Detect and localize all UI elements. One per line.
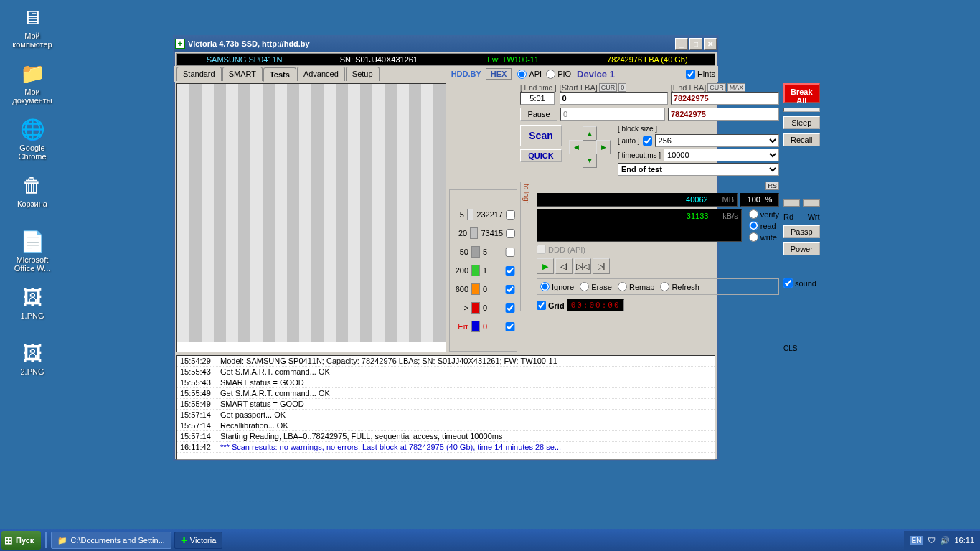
erase-radio[interactable]: Erase [580,282,612,291]
plus-icon: ✚ [181,536,187,545]
taskbar: ⊞ Пуск 📁C:\Documents and Settin... ✚Vict… [0,529,980,551]
skip-button[interactable]: ▷| [593,258,610,274]
desktop-icon-img2[interactable]: 🖼2.PNG [7,342,57,376]
legend-swatch [471,302,480,314]
tab-tests[interactable]: Tests [263,67,296,82]
tab-advanced[interactable]: Advanced [297,67,345,81]
legend-log-checkbox[interactable] [506,229,515,238]
api-radio[interactable]: API [517,70,542,79]
log-time: 15:55:43 [180,378,220,387]
end-of-test-select[interactable]: End of test [618,163,779,176]
refresh-radio[interactable]: Refresh [660,282,699,291]
pos-lba-field[interactable] [560,108,665,121]
legend-log-checkbox[interactable] [505,248,515,257]
titlebar[interactable]: + Victoria 4.73b SSD, http://hdd.by _ □ … [174,36,718,52]
log-msg: Get S.M.A.R.T. command... OK [220,367,712,376]
surface-grid [176,83,446,352]
sleep-button[interactable]: Sleep [783,116,820,129]
grid-checkbox[interactable]: Grid [537,301,565,310]
pio-radio[interactable]: PIO [546,70,571,79]
pos-end-field[interactable] [668,108,779,121]
end-lba-field[interactable] [671,92,779,105]
tab-standard[interactable]: Standard [176,67,222,81]
log-row: 15:54:29Model: SAMSUNG SP0411N; Capacity… [177,356,715,367]
legend-swatch [471,283,480,295]
block-size-select[interactable]: 256 [655,134,779,147]
step-back-button[interactable]: ◁| [555,258,573,274]
log-time: 15:57:14 [180,410,220,419]
quick-button[interactable]: QUICK [520,149,562,162]
log-panel[interactable]: 15:54:29Model: SAMSUNG SP0411N; Capacity… [176,355,715,460]
remap-radio[interactable]: Remap [618,282,654,291]
chrome-icon: 🌐 [21,118,44,141]
ddd-checkbox[interactable]: DDD (API) [537,245,779,254]
legend-row: 6000 [451,280,515,298]
legend-swatch [471,246,480,258]
lang-indicator[interactable]: EN [910,536,924,545]
timeout-select[interactable]: 10000 [664,149,779,161]
sound-checkbox[interactable]: sound [783,278,820,288]
end-lba-label: [End LBA] [671,83,707,92]
hddby-link[interactable]: HDD.BY [451,70,481,78]
maximize-button[interactable]: □ [689,38,702,50]
nav-down-button[interactable]: ▼ [583,154,597,168]
hex-button[interactable]: HEX [486,68,512,80]
start-lba-field[interactable] [560,92,668,105]
tab-smart[interactable]: SMART [222,67,263,81]
desktop-icon-my-documents[interactable]: 📁Моидокументы [7,62,57,105]
end-cur-button[interactable]: CUR [707,83,726,92]
legend-log-checkbox[interactable] [505,322,515,331]
legend-swatch [471,321,480,332]
desktop-icon-my-computer[interactable]: 🖥Мойкомпьютер [7,6,57,49]
legend-log-checkbox[interactable] [505,266,515,276]
verify-radio[interactable]: verify [749,209,779,219]
rs-button[interactable]: RS [765,182,779,190]
shield-icon[interactable]: 🛡 [928,536,936,545]
write-radio[interactable]: write [749,232,779,242]
start-button[interactable]: ⊞ Пуск [1,531,41,550]
legend-log-checkbox[interactable] [505,303,515,313]
desktop-icon-img1[interactable]: 🖼1.PNG [7,286,57,320]
nav-left-button[interactable]: ◀ [569,140,583,154]
scan-button[interactable]: Scan [520,125,562,146]
taskbar-item-victoria[interactable]: ✚Victoria [174,532,222,549]
end-time-field[interactable] [520,92,555,105]
ignore-radio[interactable]: Ignore [540,282,574,291]
app-icon: + [175,39,185,49]
desktop-icon-msword[interactable]: 📄MicrosoftOffice W... [7,230,57,273]
clock[interactable]: 16:11 [954,536,974,545]
break-all-button[interactable]: Break All [783,83,820,103]
mb-lcd: 40062 MB [537,193,738,207]
start-cur-button[interactable]: CUR [599,83,618,92]
trash-icon: 🗑 [21,174,44,197]
minimize-button[interactable]: _ [675,38,688,50]
img2-icon: 🖼 [21,342,44,364]
log-row: 15:55:43SMART status = GOOD [177,377,715,388]
legend-log-checkbox[interactable] [505,285,515,294]
end-max-button[interactable]: MAX [727,83,746,92]
play-button[interactable]: ▶ [537,258,554,274]
hints-checkbox[interactable]: Hints [686,70,715,79]
step-fwd-button[interactable]: ▷|◁ [574,258,591,274]
start-zero-button[interactable]: 0 [618,83,626,92]
passp-button[interactable]: Passp [783,225,820,238]
volume-icon[interactable]: 🔊 [940,536,950,545]
pause-button[interactable]: Pause [520,108,557,121]
log-time: 15:54:29 [180,357,220,365]
nav-right-button[interactable]: ▶ [596,140,611,154]
nav-up-button[interactable]: ▲ [583,126,597,141]
desktop-icon-chrome[interactable]: 🌐GoogleChrome [7,118,57,161]
log-msg: *** Scan results: no warnings, no errors… [220,443,712,451]
desktop-icon-trash[interactable]: 🗑Корзина [7,174,57,208]
power-button[interactable]: Power [783,242,820,255]
window-title: Victoria 4.73b SSD, http://hdd.by [188,39,675,48]
log-msg: Get S.M.A.R.T. command... OK [220,389,712,397]
close-button[interactable]: ✕ [704,38,717,50]
legend-log-checkbox[interactable] [506,210,515,220]
taskbar-item-docs[interactable]: 📁C:\Documents and Settin... [51,532,171,549]
read-radio[interactable]: read [749,221,779,230]
cls-link[interactable]: CLS [783,344,820,352]
tab-setup[interactable]: Setup [346,67,380,81]
recall-button[interactable]: Recall [783,133,820,146]
auto-checkbox[interactable] [643,136,652,146]
